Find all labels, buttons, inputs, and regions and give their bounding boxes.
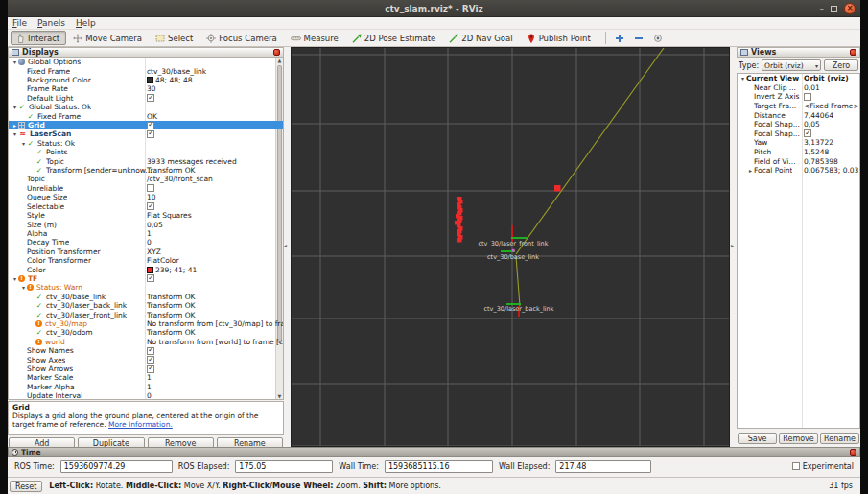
expand-arrow-icon[interactable]: ▾ bbox=[12, 104, 18, 110]
more-information-link[interactable]: More Information. bbox=[108, 420, 173, 429]
displays-row-marker-scale[interactable]: Marker Scale1 bbox=[9, 373, 283, 382]
views-rename-button[interactable]: Rename bbox=[820, 433, 859, 444]
displays-row-style[interactable]: StyleFlat Squares bbox=[9, 211, 283, 220]
displays-row-size-m[interactable]: Size (m)0,05 bbox=[9, 220, 283, 228]
displays-row-status-ok[interactable]: ▾✓Status: Ok bbox=[9, 139, 283, 148]
views-row-focal-shap[interactable]: Focal Shap...0,05 bbox=[738, 120, 859, 129]
views-row-distance[interactable]: Distance7,44064 bbox=[738, 110, 859, 120]
displays-row-show-arrows[interactable]: Show Arrows bbox=[9, 365, 283, 373]
displays-row-background-color[interactable]: Background Color48; 48; 48 bbox=[9, 76, 283, 84]
ros-time-input[interactable]: 1593609774.29 bbox=[60, 460, 173, 473]
render-scene[interactable]: ctv_30/laser_front_linkctv_30/base_linkc… bbox=[292, 48, 729, 446]
displays-row-fixed-frame[interactable]: ✓Fixed FrameOK bbox=[9, 111, 283, 120]
3d-viewport[interactable]: ctv_30/laser_front_linkctv_30/base_linkc… bbox=[291, 47, 730, 447]
expand-arrow-icon[interactable]: ▾ bbox=[12, 59, 18, 65]
splitter-left-icon[interactable]: ◂ bbox=[284, 242, 287, 248]
checkbox[interactable] bbox=[147, 130, 154, 138]
expand-arrow-icon[interactable]: ▾ bbox=[12, 130, 18, 137]
displays-row-alpha[interactable]: Alpha1 bbox=[9, 229, 283, 238]
zero-button[interactable]: Zero bbox=[824, 59, 858, 71]
displays-row-ctv-30-laser-front-link[interactable]: ✓ctv_30/laser_front_linkTransform OK bbox=[9, 310, 283, 318]
displays-row-selectable[interactable]: Selectable bbox=[9, 202, 283, 211]
displays-row-tf[interactable]: ▾!TF bbox=[9, 274, 283, 283]
wall-elapsed-input[interactable]: 217.48 bbox=[555, 460, 651, 473]
menu-panels[interactable]: Panels bbox=[37, 18, 65, 28]
displays-row-unreliable[interactable]: Unreliable bbox=[9, 184, 283, 193]
ros-elapsed-input[interactable]: 175.05 bbox=[235, 460, 333, 473]
checkbox[interactable] bbox=[147, 365, 154, 373]
checkbox[interactable] bbox=[147, 347, 154, 355]
expand-arrow-icon[interactable]: ▾ bbox=[20, 284, 27, 291]
displays-row-ctv-30-base-link[interactable]: ✓ctv_30/base_linkTransform OK bbox=[9, 293, 283, 301]
view-type-select[interactable]: Orbit (rviz) ▾ bbox=[762, 59, 821, 71]
displays-row-show-axes[interactable]: Show Axes bbox=[9, 355, 283, 364]
close-icon[interactable]: × bbox=[844, 3, 856, 14]
minimize-icon[interactable]: – bbox=[820, 5, 825, 13]
views-row-invert-z-axis[interactable]: Invert Z Axis bbox=[738, 92, 859, 102]
views-row-focal-point[interactable]: ▸Focal Point0.067583; 0.033... bbox=[738, 166, 859, 176]
displays-row-queue-size[interactable]: Queue Size10 bbox=[9, 193, 283, 201]
displays-row-ctv-30-laser-back-link[interactable]: ✓ctv_30/laser_back_linkTransform OK bbox=[9, 301, 283, 310]
tool-interact[interactable]: Interact bbox=[11, 31, 66, 45]
displays-row-topic[interactable]: ✓Topic3933 messages received bbox=[9, 156, 283, 165]
checkbox[interactable] bbox=[147, 202, 154, 210]
displays-row-ctv-30-map[interactable]: !ctv_30/mapNo transform from [ctv_30/map… bbox=[9, 319, 283, 328]
menu-help[interactable]: Help bbox=[76, 18, 96, 28]
views-row-pitch[interactable]: Pitch1,5248 bbox=[738, 148, 859, 157]
expand-arrow-icon[interactable]: ▾ bbox=[20, 140, 27, 147]
expand-arrow-icon[interactable]: ▸ bbox=[747, 167, 754, 174]
toolbar-minus-button[interactable] bbox=[631, 31, 646, 45]
checkbox[interactable] bbox=[147, 356, 154, 364]
checkbox[interactable] bbox=[147, 122, 154, 129]
expand-arrow-icon[interactable]: ▸ bbox=[12, 122, 18, 129]
views-row-focal-shap[interactable]: Focal Shap... bbox=[738, 129, 859, 139]
tool-2d-nav-goal[interactable]: 2D Nav Goal bbox=[444, 31, 519, 45]
checkbox[interactable] bbox=[147, 94, 154, 102]
views-row-field-of-vi[interactable]: Field of Vi...0,785398 bbox=[738, 156, 859, 166]
displays-row-grid[interactable]: ▸Grid bbox=[9, 121, 283, 129]
views-close-icon[interactable] bbox=[850, 49, 856, 56]
wall-time-input[interactable]: 1593685115.16 bbox=[385, 460, 493, 473]
time-close-icon[interactable] bbox=[850, 449, 856, 456]
displays-row-laserscan[interactable]: ▾≈LaserScan bbox=[9, 129, 283, 138]
checkbox[interactable] bbox=[147, 184, 154, 192]
views-panel-header[interactable]: Views bbox=[737, 47, 860, 58]
tool-focus-camera[interactable]: Focus Camera bbox=[201, 31, 283, 45]
displays-row-points[interactable]: ✓Points bbox=[9, 148, 283, 156]
expand-arrow-icon[interactable]: ▾ bbox=[739, 75, 746, 82]
time-panel-header[interactable]: Time bbox=[8, 447, 860, 457]
displays-row-ctv-30-odom[interactable]: ✓ctv_30/odomTransform OK bbox=[9, 328, 283, 337]
displays-row-transform-sender-unknow[interactable]: ✓Transform [sender=unknow...Transform OK bbox=[9, 166, 283, 175]
displays-row-global-status-ok[interactable]: ▾✓Global Status: Ok bbox=[9, 103, 283, 111]
displays-row-status-warn[interactable]: ▾!Status: Warn bbox=[9, 283, 283, 292]
views-row-target-fra[interactable]: Target Fra...<Fixed Frame> bbox=[738, 102, 859, 111]
expand-arrow-icon[interactable]: ▾ bbox=[12, 275, 18, 282]
maximize-icon[interactable] bbox=[831, 6, 837, 12]
splitter-right-icon[interactable]: ▸ bbox=[731, 242, 734, 248]
tool-move-camera[interactable]: Move Camera bbox=[68, 31, 149, 45]
checkbox[interactable] bbox=[804, 129, 811, 137]
views-save-button[interactable]: Save bbox=[738, 433, 777, 444]
menu-file[interactable]: File bbox=[12, 18, 27, 28]
displays-row-marker-alpha[interactable]: Marker Alpha1 bbox=[9, 383, 283, 391]
displays-row-color-transformer[interactable]: Color TransformerFlatColor bbox=[9, 256, 283, 265]
displays-row-show-names[interactable]: Show Names bbox=[9, 346, 283, 355]
displays-row-fixed-frame[interactable]: Fixed Framectv_30/base_link bbox=[9, 66, 283, 75]
toolbar-target-button[interactable] bbox=[650, 31, 666, 45]
displays-row-update-interval[interactable]: Update Interval0 bbox=[9, 391, 283, 400]
views-row-yaw[interactable]: Yaw3,13722 bbox=[738, 138, 859, 148]
experimental-checkbox[interactable] bbox=[792, 462, 800, 470]
reset-button[interactable]: Reset bbox=[10, 481, 42, 492]
tool-select[interactable]: Select bbox=[151, 31, 199, 45]
title-bar[interactable]: ctv_slam.rviz* - RViz – × bbox=[8, 0, 860, 17]
tool-publish-point[interactable]: Publish Point bbox=[522, 31, 598, 45]
tool-measure[interactable]: Measure bbox=[286, 31, 345, 45]
displays-row-world[interactable]: !worldNo transform from [world] to frame… bbox=[9, 338, 283, 346]
checkbox[interactable] bbox=[804, 93, 811, 101]
views-remove-button[interactable]: Remove bbox=[779, 433, 818, 444]
displays-panel-header[interactable]: Displays bbox=[8, 47, 284, 58]
displays-row-decay-time[interactable]: Decay Time0 bbox=[9, 238, 283, 247]
displays-row-frame-rate[interactable]: Frame Rate30 bbox=[9, 84, 283, 93]
displays-row-topic[interactable]: Topic/ctv_30/front_scan bbox=[9, 175, 283, 183]
displays-close-icon[interactable] bbox=[273, 49, 280, 56]
